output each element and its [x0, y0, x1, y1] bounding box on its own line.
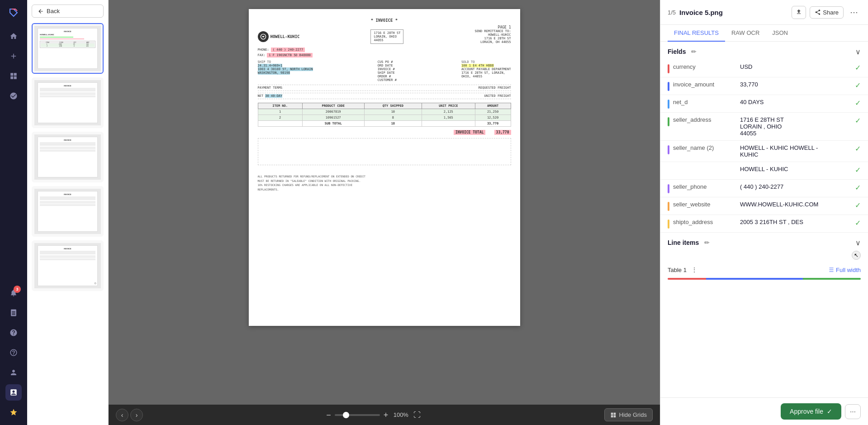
- document-canvas[interactable]: * INVOICE * PAGE 1 HOWELL-KUHIC 1716 E 2…: [109, 0, 660, 405]
- table-options-button[interactable]: ⋮: [689, 265, 699, 274]
- header-left: 1/5 Invoice 5.png: [668, 9, 723, 16]
- subtotal-qty: 18: [364, 121, 422, 127]
- invoice-table: ITEM NO. PRODUCT CODE QTY SHIPPED UNIT P…: [258, 103, 511, 127]
- fax-label: FAX:: [258, 53, 266, 57]
- sidebar-item-user[interactable]: [5, 364, 22, 381]
- zoom-value: 100%: [392, 411, 410, 418]
- hide-grids-button[interactable]: Hide Grids: [604, 408, 653, 421]
- tab-final-results[interactable]: FINAL RESULTS: [668, 25, 725, 42]
- cell-qty: 8: [364, 115, 422, 121]
- tab-raw-ocr[interactable]: RAW OCR: [725, 25, 766, 42]
- tab-json[interactable]: JSON: [766, 25, 794, 42]
- requested-freight-label: REQUESTED FREIGHT: [479, 86, 511, 90]
- seller-address-indicator: [668, 117, 669, 126]
- hide-grids-label: Hide Grids: [619, 411, 647, 418]
- sidebar-item-help-outline[interactable]: [5, 344, 22, 361]
- sidebar-item-document[interactable]: [5, 384, 22, 401]
- thumbnail-4[interactable]: INVOICE: [32, 186, 104, 237]
- table-row: 2 10961527 8 1,565 12,520: [258, 115, 511, 121]
- full-width-button[interactable]: Full width: [829, 267, 861, 273]
- action-more-button[interactable]: ⋯: [845, 404, 861, 419]
- payment-terms-label: PAYMENT TERMS: [258, 86, 283, 90]
- cursor-icon[interactable]: ↖: [852, 251, 861, 260]
- line-items-collapse-button[interactable]: ∨: [855, 239, 861, 247]
- more-options-button[interactable]: ⋯: [847, 5, 861, 19]
- field-row-seller-name: seller_name (2) HOWELL - KUHIC HOWELL - …: [660, 141, 868, 162]
- seller-website-label: seller_website: [673, 201, 736, 208]
- header-actions: Share ⋯: [792, 5, 861, 19]
- seller-phone-value: ( 440 ) 240-2277: [740, 183, 851, 190]
- currency-label: currency: [673, 63, 736, 70]
- thumbnail-3[interactable]: INVOICE: [32, 132, 104, 182]
- table-1-label: Table 1 ⋮: [668, 265, 699, 274]
- fields-collapse-button[interactable]: ∨: [855, 48, 861, 56]
- col-unit-price: UNIT PRICE: [422, 103, 475, 109]
- sidebar: 3: [0, 0, 27, 425]
- prev-page-button[interactable]: ‹: [116, 409, 128, 421]
- next-page-button[interactable]: ›: [130, 409, 143, 421]
- seller-address-value: 1716 E 28TH ST LORAIN , OHIO 44055: [740, 116, 851, 137]
- seller-address-check: ✓: [855, 116, 861, 125]
- approve-file-button[interactable]: Approve file ✓: [781, 403, 841, 420]
- fullscreen-button[interactable]: ⛶: [413, 411, 421, 419]
- document-area: * INVOICE * PAGE 1 HOWELL-KUHIC 1716 E 2…: [109, 0, 660, 425]
- blank-section: [258, 138, 511, 165]
- payment-row: PAYMENT TERMS REQUESTED FREIGHT: [258, 85, 511, 91]
- subtotal-label: [258, 121, 302, 127]
- thumbnail-1[interactable]: INVOICE HOWELL-KUHIC ITEMCODEQTYAMT 1200…: [32, 23, 104, 74]
- app-logo[interactable]: [5, 5, 22, 21]
- share-button[interactable]: Share: [810, 6, 844, 19]
- sidebar-item-help-circle[interactable]: [5, 325, 22, 341]
- sidebar-item-activity[interactable]: [5, 88, 22, 104]
- table-row: 1 20067819 10 2,125 21,250: [258, 109, 511, 115]
- share-label: Share: [823, 9, 839, 16]
- col-amount: AMOUNT: [475, 103, 511, 109]
- cell-item: 2: [258, 115, 302, 121]
- sidebar-item-home[interactable]: [5, 28, 22, 44]
- field-row-invoice-amount: invoice_amount 33,770 ✓: [660, 77, 868, 95]
- currency-indicator: [668, 64, 669, 73]
- fields-section-header: Fields ✏ ∨: [660, 42, 868, 60]
- line-items-edit-button[interactable]: ✏: [702, 238, 712, 247]
- fields-section-title: Fields ✏: [668, 47, 699, 56]
- invoice-title: * INVOICE *: [258, 18, 511, 23]
- zoom-in-button[interactable]: +: [384, 411, 389, 419]
- back-button[interactable]: Back: [32, 5, 104, 18]
- fields-edit-button[interactable]: ✏: [688, 47, 699, 56]
- remittance-info: SEND REMITTANCE TO: HOWELL-KUHIC 1716 E …: [474, 29, 511, 44]
- notification-badge: 3: [14, 286, 21, 293]
- line-items-section-title: Line items ✏: [668, 238, 712, 247]
- upload-button[interactable]: [792, 6, 806, 19]
- subtotal-empty: [422, 121, 475, 127]
- net-d-value: 40 DAYS: [740, 99, 851, 105]
- shipto-address-check: ✓: [855, 219, 861, 227]
- zoom-out-button[interactable]: −: [326, 411, 331, 419]
- sidebar-item-grid[interactable]: [5, 68, 22, 84]
- sidebar-item-book[interactable]: [5, 305, 22, 321]
- approve-check-icon: ✓: [827, 408, 832, 415]
- page-number: PAGE 1: [258, 25, 511, 29]
- seller-name-label: seller_name (2): [673, 144, 736, 151]
- net-value: NET 30 40-DAY: [258, 94, 283, 98]
- sidebar-item-star[interactable]: [5, 404, 22, 420]
- fax-value: 1 F 1901NCTB 5D B48080: [267, 53, 313, 57]
- zoom-slider[interactable]: [335, 414, 380, 416]
- fields-panel: Fields ✏ ∨ currency USD ✓ invoice_amount…: [660, 42, 868, 397]
- ship-to-label: SHIP TO: [258, 60, 313, 64]
- tabs: FINAL RESULTS RAW OCR JSON: [660, 25, 868, 42]
- thumbnail-2[interactable]: INVOICE: [32, 77, 104, 128]
- net-d-check: ✓: [855, 99, 861, 107]
- invoice-total-row: INVOICE TOTAL 33,770: [258, 130, 511, 134]
- currency-check: ✓: [855, 63, 861, 72]
- thumbnail-img-1: INVOICE HOWELL-KUHIC ITEMCODEQTYAMT 1200…: [34, 26, 101, 71]
- cell-qty: 10: [364, 109, 422, 115]
- seller-website-indicator: [668, 202, 669, 211]
- zoom-thumb: [343, 412, 349, 418]
- sidebar-item-add[interactable]: [5, 48, 22, 64]
- net-d-indicator: [668, 100, 669, 109]
- seller-website-check: ✓: [855, 201, 861, 210]
- sidebar-item-notifications[interactable]: 3: [5, 285, 22, 301]
- thumbnail-5[interactable]: INVOICE ⚙: [32, 240, 104, 291]
- shipto-address-label: shipto_address: [673, 219, 736, 225]
- page-counter: 1/5: [668, 9, 676, 16]
